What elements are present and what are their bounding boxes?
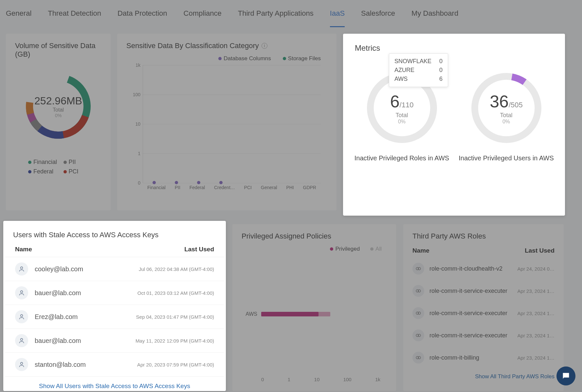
last-used: Apr 20, 2023 07:59 PM (GMT-4:00): [137, 362, 214, 367]
user-icon: [15, 334, 28, 347]
role-name: role-comm-it-billing: [429, 354, 479, 361]
role-date: Apr 23, 2024 1…: [518, 355, 555, 361]
legend-item: PCI: [64, 168, 99, 175]
legend: PrivilegedAll: [242, 246, 382, 252]
legend-item: Financial: [28, 159, 64, 166]
tooltip: SNOWFLAKE0AZURE0AWS6: [389, 53, 448, 87]
x-label: Financial: [147, 185, 166, 190]
donut-pct: 0%: [34, 113, 82, 118]
link-icon: [412, 330, 424, 341]
tab-threat-detection[interactable]: Threat Detection: [48, 0, 101, 27]
user-icon: [15, 262, 28, 276]
card-stale-users: Users with Stale Access to AWS Access Ke…: [3, 221, 226, 391]
user-icon: [15, 310, 28, 323]
x-label: PHI: [286, 185, 294, 190]
card-title: Volume of Sensitive Data (GB): [15, 42, 101, 59]
show-all-roles-link[interactable]: Show All Third Party AWS Roles: [412, 369, 555, 380]
chat-button[interactable]: [556, 366, 575, 385]
last-used: Jul 06, 2022 04:38 AM (GMT-4:00): [139, 266, 214, 272]
gauge-label: Inactive Privileged Roles in AWS: [353, 153, 451, 163]
user-name: bauer@lab.com: [35, 337, 81, 345]
role-date: Apr 23, 2024 1…: [518, 288, 555, 294]
role-name: role-comm-it-service-executer: [429, 332, 507, 339]
last-used: May 11, 2022 12:09 PM (GMT-4:00): [136, 338, 214, 344]
tooltip-row: SNOWFLAKE0: [394, 57, 443, 66]
role-name: role-comm-it-service-executer: [429, 288, 507, 294]
svg-point-20: [21, 291, 23, 293]
nav-tabs: GeneralThreat DetectionData ProtectionCo…: [0, 0, 582, 26]
legend-item: PII: [64, 159, 99, 166]
donut-chart: 252.96MB Total 0%: [15, 64, 101, 149]
legend-item: All: [365, 246, 382, 252]
col-last: Last Used: [525, 247, 555, 254]
table-row[interactable]: cooley@lab.comJul 06, 2022 04:38 AM (GMT…: [5, 257, 224, 281]
link-icon: [412, 352, 424, 364]
svg-point-21: [21, 314, 23, 317]
x-label: General: [261, 185, 277, 190]
card-title: Metrics: [343, 34, 565, 57]
card-title: Privileged Assigned Policies: [242, 232, 387, 241]
tab-my-dashboard[interactable]: My Dashboard: [411, 0, 458, 27]
link-icon: [412, 307, 424, 319]
x-axis-labels: 01101001k: [261, 377, 380, 382]
table-row[interactable]: bauer@lab.comMay 11, 2022 12:09 PM (GMT-…: [5, 329, 224, 353]
table-row[interactable]: Erez@lab.comSep 04, 2023 01:47 PM (GMT-4…: [5, 305, 224, 329]
table-row[interactable]: bauer@lab.comOct 01, 2023 03:12 AM (GMT-…: [5, 281, 224, 305]
tooltip-row: AZURE0: [394, 66, 443, 75]
tab-data-protection[interactable]: Data Protection: [118, 0, 167, 27]
x-label: Credent…: [214, 185, 235, 190]
tab-general[interactable]: General: [6, 0, 31, 27]
donut-value: 252.96MB: [34, 95, 82, 107]
table-row[interactable]: role-comm-it-service-executerApr 23, 202…: [412, 324, 555, 347]
gauge-label: Inactive Privileged Users in AWS: [457, 153, 555, 163]
col-name: Name: [412, 247, 429, 254]
user-name: bauer@lab.com: [35, 289, 81, 297]
role-name: role-comm-it-service-executer: [429, 310, 507, 317]
user-name: cooley@lab.com: [35, 265, 83, 273]
legend-item: Storage Files: [277, 55, 321, 62]
tab-compliance[interactable]: Compliance: [184, 0, 222, 27]
card-privileged-policies: Privileged Assigned Policies PrivilegedA…: [232, 224, 396, 391]
link-icon: [412, 263, 424, 275]
role-date: Apr 24, 2024 0…: [518, 266, 555, 272]
user-icon: [15, 286, 28, 299]
gauge: 36/505Total0%Inactive Privileged Users i…: [457, 70, 555, 163]
card-third-party-roles: Third Party AWS Roles Name Last Used rol…: [403, 224, 564, 391]
hbar-chart: AWS: [261, 259, 380, 377]
table-row[interactable]: role-comm-it-billingApr 23, 2024 1…: [412, 347, 555, 369]
x-label: PCI: [244, 185, 252, 190]
donut-sub: Total: [34, 107, 82, 113]
link-icon: [412, 285, 424, 297]
user-name: Erez@lab.com: [35, 313, 78, 321]
role-name: role-comm-it-cloudhealth-v2: [429, 265, 502, 272]
card-title: Users with Stale Access to AWS Access Ke…: [3, 221, 226, 246]
legend: Database ColumnsStorage Files: [126, 55, 321, 62]
user-name: stanton@lab.com: [35, 361, 86, 368]
legend-item: Database Columns: [212, 55, 271, 62]
x-axis-labels: FinancialPIIFederalCredent…PCIGeneralPHI…: [143, 185, 321, 190]
tooltip-row: AWS6: [394, 75, 443, 83]
show-all-stale-link[interactable]: Show All Users with Stale Access to AWS …: [3, 377, 226, 390]
table-row[interactable]: role-comm-it-cloudhealth-v2Apr 24, 2024 …: [412, 258, 555, 280]
tab-third-party-applications[interactable]: Third Party Applications: [238, 0, 314, 27]
svg-point-23: [21, 362, 23, 365]
col-name: Name: [15, 246, 32, 253]
legend: FinancialPIIFederalPCI: [15, 159, 101, 178]
table-row[interactable]: role-comm-it-service-executerApr 23, 202…: [412, 280, 555, 302]
table-row[interactable]: stanton@lab.comApr 20, 2023 07:59 PM (GM…: [5, 353, 224, 377]
x-label: PII: [175, 185, 180, 190]
last-used: Sep 04, 2023 01:47 PM (GMT-4:00): [136, 314, 214, 320]
user-icon: [15, 358, 28, 371]
card-title: Sensitive Data By Classification Categor…: [126, 42, 327, 50]
svg-point-22: [21, 338, 23, 341]
legend-item: Federal: [28, 168, 64, 175]
role-date: Apr 23, 2024 1…: [518, 333, 555, 338]
table-row[interactable]: role-comm-it-service-executerApr 23, 202…: [412, 302, 555, 324]
tab-salesforce[interactable]: Salesforce: [361, 0, 395, 27]
card-title: Third Party AWS Roles: [412, 232, 555, 241]
tab-iaas[interactable]: IaaS: [330, 0, 345, 27]
info-icon[interactable]: i: [262, 43, 267, 49]
legend-item: Privileged: [325, 246, 360, 252]
card-classification: Sensitive Data By Classification Categor…: [117, 34, 336, 210]
x-label: Federal: [190, 185, 205, 190]
